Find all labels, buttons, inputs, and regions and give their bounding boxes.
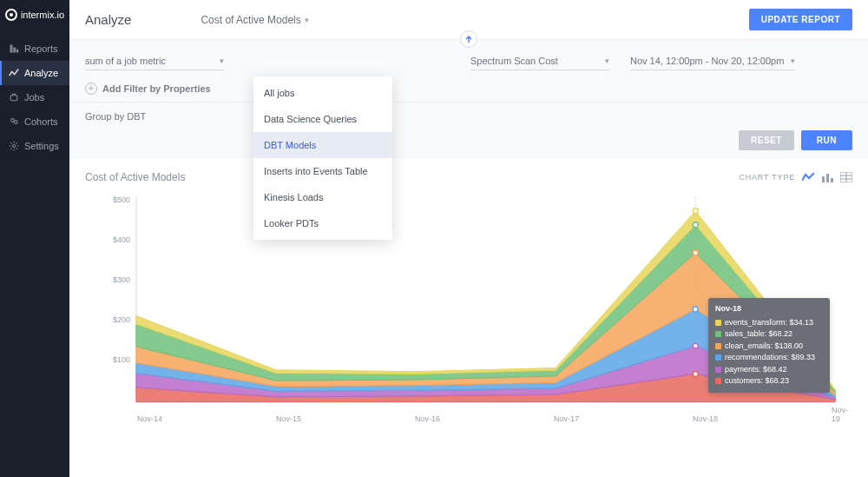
svg-point-19	[693, 222, 698, 228]
chart-section: Cost of Active Models CHART TYPE $500 $4…	[69, 159, 868, 477]
x-tick: Nov-16	[415, 414, 440, 423]
tooltip-row: clean_emails: $138.00	[725, 341, 803, 353]
update-report-button[interactable]: UPDATE REPORT	[749, 9, 852, 30]
svg-rect-1	[13, 48, 16, 53]
add-filter-button[interactable]: + Add Filter by Properties	[85, 83, 852, 95]
cohorts-icon	[9, 116, 19, 127]
reset-button[interactable]: RESET	[739, 130, 794, 150]
y-tick: $100	[113, 355, 130, 364]
cost-metric-value: Spectrum Scan Cost	[470, 56, 558, 66]
tooltip-row: payments: $68.42	[725, 364, 787, 376]
add-filter-label: Add Filter by Properties	[102, 83, 211, 94]
svg-point-6	[13, 145, 16, 148]
metric-select-value: sum of a job metric	[85, 56, 166, 66]
chart-title: Cost of Active Models	[85, 171, 185, 183]
tooltip-date: Nov-18	[715, 303, 823, 315]
date-range-value: Nov 14, 12:00pm - Nov 20, 12:00pm	[630, 56, 784, 66]
topbar: Analyze Cost of Active Models ▾ UPDATE R…	[69, 0, 868, 40]
x-tick: Nov-19	[832, 406, 852, 423]
cost-metric-select[interactable]: Spectrum Scan Cost ▾	[470, 52, 609, 70]
dropdown-option[interactable]: Kinesis Loads	[253, 184, 392, 210]
y-tick: $400	[113, 235, 130, 244]
svg-rect-9	[831, 178, 833, 182]
dropdown-option[interactable]: All jobs	[253, 80, 392, 106]
swatch-icon	[715, 343, 721, 349]
svg-point-18	[693, 250, 698, 255]
swatch-icon	[715, 331, 721, 337]
page-title: Analyze	[85, 12, 131, 27]
sidebar-item-reports[interactable]: Reports	[0, 36, 69, 61]
settings-icon	[9, 141, 19, 151]
dropdown-option-selected[interactable]: DBT Models	[253, 132, 392, 158]
y-tick: $500	[113, 195, 130, 204]
metric-select[interactable]: sum of a job metric ▾	[85, 52, 224, 70]
sidebar-item-label: Jobs	[24, 92, 44, 103]
svg-rect-3	[10, 96, 17, 101]
sidebar-item-jobs[interactable]: Jobs	[0, 85, 69, 109]
chevron-down-icon: ▾	[220, 56, 224, 65]
chart-tooltip: Nov-18 events_transform: $34.13 sales_ta…	[708, 298, 830, 393]
sidebar-item-label: Cohorts	[24, 116, 58, 127]
svg-point-17	[693, 307, 698, 312]
group-by-text: Group by DBT	[85, 111, 852, 122]
x-tick: Nov-17	[554, 414, 579, 423]
run-button[interactable]: RUN	[801, 130, 852, 150]
chart-type-label: CHART TYPE	[739, 173, 795, 182]
analyze-icon	[9, 68, 19, 78]
swatch-icon	[715, 367, 721, 373]
svg-point-20	[693, 209, 698, 214]
swatch-icon	[715, 320, 721, 326]
dropdown-option[interactable]: Looker PDTs	[253, 210, 392, 236]
tooltip-row: events_transform: $34.13	[725, 317, 813, 329]
chevron-down-icon: ▾	[605, 56, 609, 65]
tooltip-row: customers: $68.23	[725, 375, 789, 388]
bar-chart-icon[interactable]	[821, 172, 833, 182]
filters-panel: sum of a job metric ▾ Spectrum Scan Cost…	[69, 40, 868, 159]
y-tick: $300	[113, 275, 130, 284]
svg-rect-7	[822, 176, 825, 182]
logo-icon	[5, 9, 17, 21]
tooltip-row: recommendations: $89.33	[725, 352, 815, 364]
svg-point-15	[693, 371, 698, 376]
tooltip-row: sales_table: $68.22	[725, 328, 792, 341]
sidebar-item-label: Reports	[24, 43, 58, 54]
svg-point-4	[11, 119, 15, 123]
x-tick: Nov-14	[137, 414, 162, 423]
sidebar-item-cohorts[interactable]: Cohorts	[0, 109, 69, 134]
sidebar-item-analyze[interactable]: Analyze	[0, 61, 69, 85]
svg-rect-0	[10, 45, 13, 53]
main-content: Analyze Cost of Active Models ▾ UPDATE R…	[69, 0, 868, 477]
chevron-down-icon: ▾	[791, 56, 795, 65]
x-tick: Nov-15	[276, 414, 301, 423]
sidebar: intermix.io Reports Analyze Jobs Cohorts…	[0, 0, 69, 477]
swatch-icon	[715, 378, 721, 384]
sidebar-item-settings[interactable]: Settings	[0, 134, 69, 158]
area-chart-icon[interactable]	[802, 172, 814, 182]
job-group-dropdown[interactable]: All jobs Data Science Queries DBT Models…	[253, 76, 392, 240]
dropdown-option[interactable]: Data Science Queries	[253, 106, 392, 132]
chart-canvas[interactable]: $500 $400 $300 $200 $100 Nov-14 Nov-15 N…	[85, 189, 852, 423]
main-nav: Reports Analyze Jobs Cohorts Settings	[0, 36, 69, 158]
chevron-down-icon: ▾	[305, 16, 309, 24]
svg-point-5	[14, 121, 17, 124]
swatch-icon	[715, 354, 721, 361]
x-tick: Nov-18	[693, 414, 718, 423]
upload-icon[interactable]	[460, 30, 477, 48]
brand-logo: intermix.io	[0, 0, 69, 30]
dropdown-option[interactable]: Inserts into Events Table	[253, 158, 392, 184]
jobs-icon	[9, 92, 19, 103]
svg-point-16	[693, 343, 698, 348]
y-tick: $200	[113, 315, 130, 324]
chart-type-toggle: CHART TYPE	[739, 172, 852, 182]
table-chart-icon[interactable]	[840, 172, 852, 182]
reports-icon	[9, 43, 19, 54]
brand-name: intermix.io	[21, 10, 64, 20]
svg-rect-8	[826, 174, 829, 182]
date-range-select[interactable]: Nov 14, 12:00pm - Nov 20, 12:00pm ▾	[630, 52, 795, 70]
plus-icon: +	[85, 83, 97, 95]
sidebar-item-label: Settings	[24, 141, 59, 151]
report-name-text: Cost of Active Models	[201, 14, 300, 26]
report-name-selector[interactable]: Cost of Active Models ▾	[201, 14, 308, 26]
sidebar-item-label: Analyze	[24, 68, 58, 78]
svg-rect-2	[16, 50, 18, 53]
